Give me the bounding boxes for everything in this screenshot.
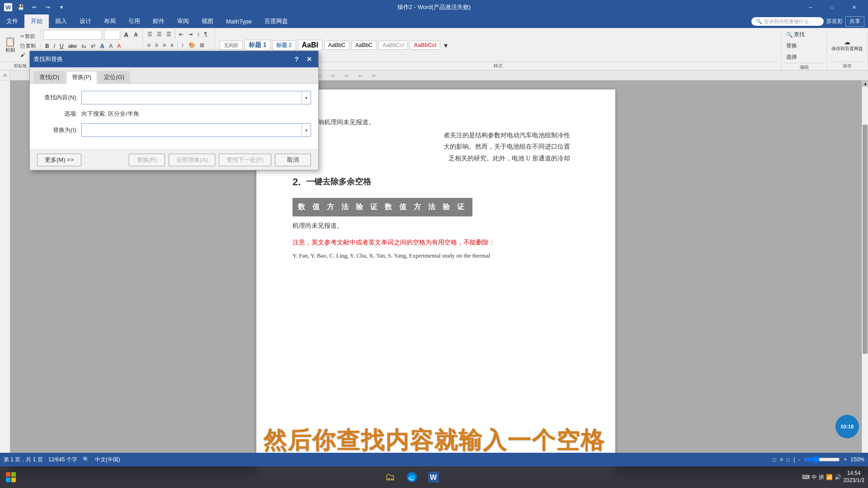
style-strong[interactable]: AaBbCcI <box>410 41 440 50</box>
style-heading2[interactable]: 标题 2 <box>272 40 296 51</box>
volume-icon[interactable]: 🔊 <box>835 474 841 480</box>
strikethrough-button[interactable]: abc <box>66 42 79 50</box>
search-bar[interactable]: 🔍 告诉我你想要做什么... <box>751 17 824 26</box>
decrease-font-button[interactable]: A <box>132 31 140 39</box>
share-button[interactable]: 共享 <box>845 16 864 27</box>
redo-qat-btn[interactable]: ↪ <box>42 1 54 14</box>
view-web-icon[interactable]: ≡ <box>780 456 783 463</box>
style-heading1[interactable]: 标题 1 <box>245 40 271 51</box>
wifi-icon[interactable]: 📶 <box>826 474 833 480</box>
zoom-in-button[interactable]: + <box>844 456 847 463</box>
more-button[interactable]: 更多(M) >> <box>37 154 81 166</box>
increase-font-button[interactable]: A <box>122 30 130 39</box>
highlight-button[interactable]: A <box>107 42 114 50</box>
minimize-button[interactable]: ─ <box>800 0 821 14</box>
pinyin-icon[interactable]: 拼 <box>819 474 824 481</box>
tab-view[interactable]: 视图 <box>195 14 220 28</box>
style-no-spacing[interactable]: 无间距 <box>220 41 243 50</box>
styles-more-button[interactable]: ▾ <box>442 40 449 51</box>
close-button[interactable]: ✕ <box>844 0 864 14</box>
tab-baidudisk[interactable]: 百度网盘 <box>258 14 294 28</box>
view-read-icon[interactable]: □ <box>787 456 790 463</box>
start-button[interactable] <box>0 466 22 488</box>
subscript-button[interactable]: x₂ <box>80 42 88 50</box>
view-print-icon[interactable]: □ <box>773 456 776 463</box>
find-input[interactable] <box>82 93 302 103</box>
replace-input[interactable] <box>82 125 302 136</box>
vertical-scrollbar[interactable]: ▲ ▼ <box>862 80 868 474</box>
taskbar-edge-icon[interactable] <box>402 467 422 487</box>
font-color-button[interactable]: A <box>115 42 123 50</box>
dialog-close-button[interactable]: ✕ <box>304 54 315 65</box>
find-next-button[interactable]: 查找下一处(F) <box>219 154 271 166</box>
dialog-tab-replace[interactable]: 替换(P) <box>66 71 97 84</box>
multilevel-list-button[interactable]: ☰ <box>165 30 173 39</box>
replace-label: 替换为(I): <box>37 126 78 134</box>
tab-references[interactable]: 引用 <box>122 14 146 28</box>
justify-button[interactable]: ≡ <box>169 41 175 50</box>
sort-button[interactable]: ↕ <box>195 30 202 39</box>
superscript-button[interactable]: x² <box>89 42 97 50</box>
select-button[interactable]: 选择 <box>784 52 799 62</box>
dialog-tab-goto[interactable]: 定位(G) <box>98 71 130 83</box>
font-name-input[interactable] <box>43 30 102 40</box>
tab-insert[interactable]: 插入 <box>49 14 73 28</box>
tab-file[interactable]: 文件 <box>0 14 24 28</box>
align-right-button[interactable]: ≡ <box>161 41 168 50</box>
ime-icon[interactable]: 中 <box>811 474 817 481</box>
ruler-corner[interactable]: ⊞ <box>0 70 10 80</box>
replace-dropdown-button[interactable]: ▾ <box>302 124 311 136</box>
underline-button[interactable]: U <box>58 42 66 50</box>
customize-qat-btn[interactable]: ▾ <box>55 1 68 14</box>
tab-design[interactable]: 设计 <box>73 14 98 28</box>
cancel-button[interactable]: 取消 <box>275 154 311 166</box>
zoom-slider[interactable] <box>804 456 840 463</box>
decrease-indent-button[interactable]: ⇤ <box>177 30 185 39</box>
style-heading-large[interactable]: AaBl <box>298 40 322 51</box>
clock[interactable]: 14:54 2023/1/3 <box>843 470 864 484</box>
editing-label: 编辑 <box>784 63 824 70</box>
copy-button[interactable]: ⿻ 复制 <box>19 42 38 50</box>
bullets-button[interactable]: ☰ <box>146 30 154 39</box>
italic-button[interactable]: I <box>52 42 57 50</box>
numbering-button[interactable]: ☰ <box>155 30 164 39</box>
undo-qat-btn[interactable]: ↩ <box>28 1 41 14</box>
tab-review[interactable]: 审阅 <box>171 14 195 28</box>
taskbar-word-icon[interactable]: W <box>424 467 443 487</box>
align-center-button[interactable]: ≡ <box>153 41 160 50</box>
find-button[interactable]: 🔍 查找 <box>784 30 807 39</box>
replace-button[interactable]: 替换(R) <box>129 154 165 166</box>
style-aabbc[interactable]: AaBbC <box>324 41 349 50</box>
style-aabbc2[interactable]: AaBbC <box>351 41 377 50</box>
increase-indent-button[interactable]: ⇥ <box>186 30 194 39</box>
tab-home[interactable]: 开始 <box>24 14 49 28</box>
text-effect-button[interactable]: A <box>98 42 106 51</box>
tab-mathtype[interactable]: MathType <box>220 14 258 28</box>
show-marks-button[interactable]: ¶ <box>203 30 209 39</box>
user-info[interactable]: 苏良彩 <box>826 18 843 25</box>
tab-layout[interactable]: 布局 <box>98 14 122 28</box>
bold-button[interactable]: B <box>43 42 51 50</box>
shading-button[interactable]: 🎨 <box>187 41 197 50</box>
replace-all-button[interactable]: 全部替换(A) <box>169 154 215 166</box>
align-left-button[interactable]: ≡ <box>146 41 152 50</box>
maximize-button[interactable]: □ <box>822 0 843 14</box>
scroll-thumb[interactable] <box>863 125 868 353</box>
dialog-help-button[interactable]: ? <box>291 54 302 65</box>
scroll-up-button[interactable]: ▲ <box>862 80 868 87</box>
font-size-input[interactable] <box>104 30 120 40</box>
find-replace-dialog[interactable]: 查找和替换 ? ✕ 查找(D) 替换(P) 定位(G) 查找内容(N): ▾ <box>29 51 319 170</box>
zoom-out-button[interactable]: - <box>798 456 800 463</box>
cut-button[interactable]: ✂ 剪切 <box>19 32 38 41</box>
tab-mailings[interactable]: 邮件 <box>146 14 171 28</box>
replace-button[interactable]: 替换 <box>784 41 799 51</box>
find-dropdown-button[interactable]: ▾ <box>302 91 311 104</box>
save-baidu-button[interactable]: ☁ 保存到百度网盘 <box>830 38 865 53</box>
style-subtitle[interactable]: AaBbCcI <box>378 41 408 50</box>
paste-button[interactable]: 📋 粘贴 <box>3 36 18 54</box>
save-qat-btn[interactable]: 💾 <box>14 1 27 14</box>
borders-button[interactable]: ⊞ <box>198 41 206 50</box>
dialog-tab-find[interactable]: 查找(D) <box>33 71 65 83</box>
taskbar-explorer-icon[interactable]: 🗂 <box>380 467 400 487</box>
line-spacing-button[interactable]: ↕ <box>179 41 186 50</box>
